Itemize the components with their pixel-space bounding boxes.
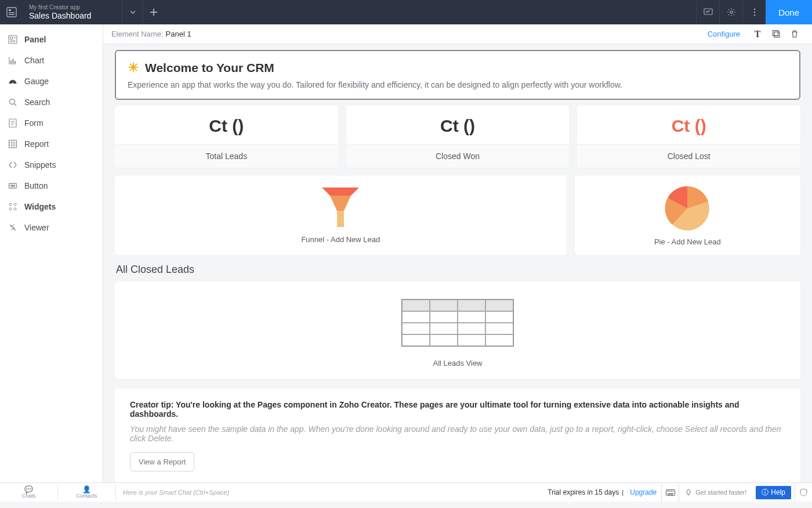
svg-point-7 xyxy=(753,12,755,13)
sidebar-label: Panel xyxy=(24,35,46,44)
sidebar-label: Gauge xyxy=(24,77,49,86)
report-icon xyxy=(8,139,17,149)
sidebar-item-panel[interactable]: Panel xyxy=(0,29,103,50)
widgets-icon xyxy=(8,202,17,211)
app-subtitle: My first Creator app xyxy=(29,4,117,11)
svg-point-20 xyxy=(9,203,12,206)
chats-tab[interactable]: 💬 Chats xyxy=(0,485,58,500)
shield-icon[interactable] xyxy=(795,483,812,502)
svg-rect-3 xyxy=(9,14,14,15)
trial-text: Trial expires in 15 days xyxy=(548,488,620,496)
stats-row: Ct () Total Leads Ct () Closed Won Ct ()… xyxy=(115,106,800,168)
chart-icon xyxy=(8,56,17,65)
svg-rect-33 xyxy=(670,491,671,492)
stat-value: Ct () xyxy=(115,106,338,144)
sidebar-label: Viewer xyxy=(24,223,49,232)
svg-rect-34 xyxy=(671,491,672,492)
funnel-chart-card[interactable]: Funnel - Add New Lead xyxy=(115,176,567,255)
snippets-icon xyxy=(8,160,17,170)
svg-rect-36 xyxy=(668,493,673,495)
all-leads-table-card[interactable]: All Leads View xyxy=(115,282,800,379)
delete-button[interactable] xyxy=(785,30,804,38)
svg-rect-1 xyxy=(9,9,11,11)
rocket-icon xyxy=(685,489,692,496)
stat-closed-lost[interactable]: Ct () Closed Lost xyxy=(577,106,800,168)
svg-point-8 xyxy=(753,15,755,16)
sidebar: Panel Chart Gauge Search Form Report Sni… xyxy=(0,24,103,482)
sidebar-item-search[interactable]: Search xyxy=(0,92,103,113)
button-icon xyxy=(8,181,17,190)
welcome-panel[interactable]: ☀ Welcome to Your CRM Experience an app … xyxy=(115,50,800,100)
table-label: All Leads View xyxy=(115,359,800,368)
stat-label: Closed Won xyxy=(346,144,570,168)
element-name-label: Element Name: xyxy=(111,30,164,38)
get-started-button[interactable]: Get started faster! xyxy=(679,483,752,502)
sidebar-label: Search xyxy=(24,98,50,107)
tip-text-italic: You might have seen the sample data in t… xyxy=(130,424,785,443)
configure-link[interactable]: Configure xyxy=(708,30,740,38)
sidebar-label: Form xyxy=(24,118,44,128)
form-icon xyxy=(8,118,17,128)
svg-rect-32 xyxy=(668,491,669,492)
welcome-title: Welcome to Your CRM xyxy=(145,61,274,75)
stat-closed-won[interactable]: Ct () Closed Won xyxy=(346,106,570,168)
duplicate-button[interactable] xyxy=(767,30,785,38)
help-button[interactable]: ⓘ Help xyxy=(756,486,791,499)
pie-chart-card[interactable]: Pie - Add New Lead xyxy=(575,176,800,255)
sidebar-item-viewer[interactable]: Viewer xyxy=(0,217,103,238)
sidebar-item-report[interactable]: Report xyxy=(0,134,103,154)
svg-marker-28 xyxy=(337,211,344,227)
contacts-tab[interactable]: 👤 Contacts xyxy=(58,485,116,500)
svg-rect-13 xyxy=(14,61,16,63)
monitor-icon[interactable] xyxy=(696,0,719,24)
svg-point-6 xyxy=(753,9,755,10)
svg-rect-11 xyxy=(10,60,12,63)
app-title: Sales Dashboard xyxy=(29,11,117,21)
svg-point-21 xyxy=(14,203,16,206)
svg-rect-12 xyxy=(13,59,14,63)
section-closed-leads: All Closed Leads xyxy=(116,264,800,276)
sidebar-label: Snippets xyxy=(24,160,56,170)
svg-point-23 xyxy=(14,208,16,210)
welcome-body: Experience an app that works the way you… xyxy=(128,80,788,89)
svg-point-15 xyxy=(10,99,15,105)
sidebar-item-gauge[interactable]: Gauge xyxy=(0,71,103,92)
keyboard-icon[interactable] xyxy=(661,483,679,502)
sidebar-label: Chart xyxy=(24,56,44,65)
svg-rect-10 xyxy=(10,37,13,39)
sun-icon: ☀ xyxy=(128,60,139,75)
svg-rect-25 xyxy=(773,31,778,36)
svg-rect-17 xyxy=(9,140,17,148)
view-report-button[interactable]: View a Report xyxy=(130,452,194,471)
contacts-icon: 👤 xyxy=(82,486,91,493)
sidebar-item-button[interactable]: Button xyxy=(0,175,103,196)
svg-rect-35 xyxy=(673,491,674,492)
svg-rect-31 xyxy=(667,491,668,492)
svg-marker-27 xyxy=(330,196,351,211)
stat-value: Ct () xyxy=(577,106,800,144)
gear-icon[interactable] xyxy=(719,0,742,24)
content-area: Element Name: Panel 1 Configure T ☀ Welc… xyxy=(103,24,812,482)
sidebar-item-chart[interactable]: Chart xyxy=(0,50,103,71)
sidebar-item-snippets[interactable]: Snippets xyxy=(0,154,103,175)
funnel-label: Funnel - Add New Lead xyxy=(115,235,567,244)
help-icon: ⓘ xyxy=(762,488,768,498)
sidebar-item-form[interactable]: Form xyxy=(0,113,103,134)
tip-text-bold: Creator tip: You're looking at the Pages… xyxy=(130,400,740,419)
sidebar-item-widgets[interactable]: Widgets xyxy=(0,196,103,217)
element-toolbar: Element Name: Panel 1 Configure T xyxy=(103,24,812,44)
add-app-button[interactable] xyxy=(143,0,164,24)
stat-total-leads[interactable]: Ct () Total Leads xyxy=(115,106,338,168)
smart-chat-hint[interactable]: Here is your Smart Chat (Ctrl+Space) xyxy=(116,489,236,496)
pie-label: Pie - Add New Lead xyxy=(575,237,800,246)
upgrade-link[interactable]: Upgrade xyxy=(625,488,661,496)
svg-point-14 xyxy=(12,83,14,85)
app-dropdown[interactable] xyxy=(122,0,143,24)
app-icon xyxy=(0,7,23,17)
text-format-button[interactable]: T xyxy=(748,29,767,39)
creator-tip-card: Creator tip: You're looking at the Pages… xyxy=(115,388,800,482)
done-button[interactable]: Done xyxy=(766,0,812,24)
more-menu-icon[interactable] xyxy=(742,0,766,24)
app-info: My first Creator app Sales Dashboard xyxy=(23,2,122,23)
svg-rect-24 xyxy=(774,32,780,37)
